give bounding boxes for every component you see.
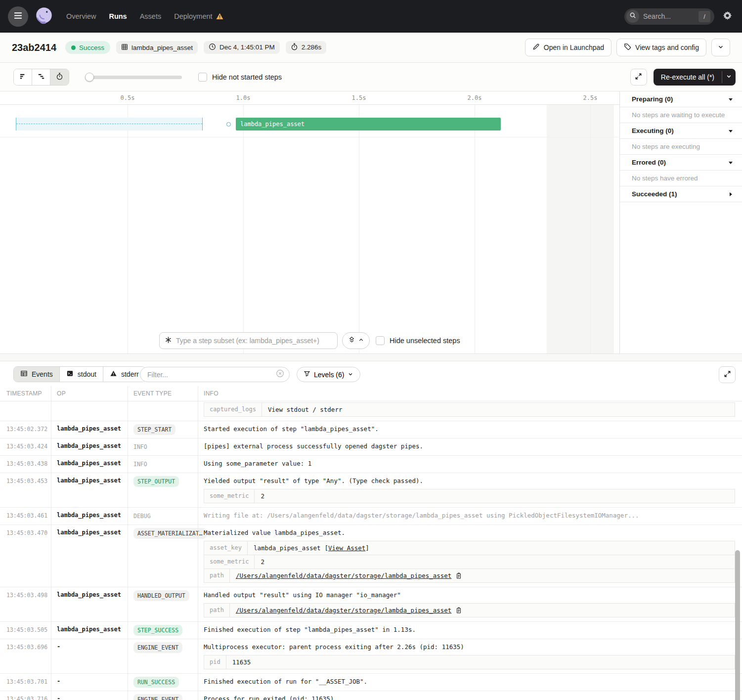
sidebar-section-errored-0[interactable]: Errored (0) xyxy=(620,155,742,171)
hide-not-started-checkbox[interactable]: Hide not started steps xyxy=(198,73,282,82)
hamburger-menu-button[interactable] xyxy=(8,6,28,27)
slider-track xyxy=(85,76,182,79)
log-filter-input[interactable] xyxy=(147,371,276,379)
levels-filter-button[interactable]: Levels (6) xyxy=(297,367,360,382)
nav-item-deployment[interactable]: Deployment xyxy=(174,12,223,20)
terminal-icon xyxy=(66,370,74,379)
event-type-badge: HANDLED_OUTPUT xyxy=(133,590,189,601)
reexecute-options-button[interactable] xyxy=(722,69,736,86)
settings-button[interactable] xyxy=(723,11,732,22)
run-actions-menu-button[interactable] xyxy=(711,39,730,56)
gantt-step-bar-label: lambda_pipes_asset xyxy=(236,118,501,131)
pencil-icon xyxy=(532,43,540,52)
log-tabs: Eventsstdoutstderr xyxy=(13,366,146,382)
search-input[interactable] xyxy=(639,12,698,20)
table-icon xyxy=(20,370,28,379)
reexecute-all-button[interactable]: Re-execute all (*) xyxy=(654,69,722,86)
metadata-key: path xyxy=(204,604,230,617)
hide-unselected-checkbox[interactable]: Hide unselected steps xyxy=(376,336,460,345)
graph-query-button[interactable] xyxy=(342,332,370,349)
gantt-step-marker[interactable] xyxy=(226,122,231,127)
step-subset-input[interactable] xyxy=(176,337,332,345)
metadata-link[interactable]: View Asset xyxy=(328,544,365,552)
gantt-fullscreen-button[interactable] xyxy=(630,69,647,86)
event-type-badge: STEP_SUCCESS xyxy=(133,625,182,636)
sidebar-section-preparing-0[interactable]: Preparing (0) xyxy=(620,91,742,107)
tab-stdout[interactable]: stdout xyxy=(60,367,103,382)
event-row: 13:45:03.461 lambda_pipes_asset DEBUG Wr… xyxy=(0,508,742,525)
dagster-logo[interactable] xyxy=(33,5,55,28)
log-table-header: TIMESTAMPOPEVENT TYPEINFO xyxy=(0,386,742,401)
metadata-link[interactable]: /Users/alangenfeld/data/dagster/storage/… xyxy=(236,607,452,614)
view-mode-timed-button[interactable] xyxy=(50,69,69,85)
nav-item-runs[interactable]: Runs xyxy=(109,12,127,20)
checkbox[interactable] xyxy=(376,336,385,345)
event-type-badge: INFO xyxy=(133,441,147,452)
event-row: captured_logs View stdout / stderr xyxy=(0,401,742,421)
step-status-sidebar: Preparing (0) No steps are waiting to ex… xyxy=(619,91,742,353)
warning-icon xyxy=(216,13,223,20)
section-caret-icon xyxy=(728,160,733,165)
gantt-controls: Hide unselected steps xyxy=(0,332,619,349)
timeline-tick-label: 0.5s xyxy=(121,94,135,101)
gantt-waiting-box xyxy=(16,118,203,131)
view-tags-config-button[interactable]: View tags and config xyxy=(616,39,706,56)
nav-item-assets[interactable]: Assets xyxy=(140,12,162,20)
event-timestamp: 13:45:03.716 xyxy=(0,691,51,700)
event-timestamp: 13:45:03.701 xyxy=(0,674,51,691)
event-timestamp: 13:45:03.470 xyxy=(0,525,51,587)
tab-events[interactable]: Events xyxy=(14,367,60,382)
scrollbar-thumb[interactable] xyxy=(735,550,740,700)
metadata-key: path xyxy=(204,569,230,582)
slider-thumb[interactable] xyxy=(85,73,94,82)
event-op: lambda_pipes_asset xyxy=(51,456,128,473)
panel-resize-divider[interactable] xyxy=(0,353,742,361)
open-in-launchpad-button[interactable]: Open in Launchpad xyxy=(525,39,611,56)
step-subset-input-box[interactable] xyxy=(159,332,338,349)
events-panel: Eventsstdoutstderr Levels (6) TIMESTAMPO… xyxy=(0,361,742,700)
checkbox[interactable] xyxy=(198,73,207,82)
event-info-text: Finished execution of step "lambda_pipes… xyxy=(204,626,735,633)
gantt-step-bar[interactable]: lambda_pipes_asset xyxy=(236,118,501,131)
sidebar-section-succeeded-1[interactable]: Succeeded (1) xyxy=(620,186,742,202)
sidebar-section-executing-0[interactable]: Executing (0) xyxy=(620,123,742,139)
hamburger-icon xyxy=(14,12,22,21)
event-timestamp xyxy=(0,401,51,421)
copy-icon[interactable] xyxy=(455,572,462,579)
tab-stderr[interactable]: stderr xyxy=(103,367,145,382)
event-row: 13:45:03.505 lambda_pipes_asset STEP_SUC… xyxy=(0,622,742,639)
view-mode-waterfall-button[interactable] xyxy=(32,69,50,85)
chevron-down-icon xyxy=(348,371,353,379)
clear-filter-icon[interactable] xyxy=(276,369,284,380)
event-row: 13:45:03.424 lambda_pipes_asset INFO [pi… xyxy=(0,438,742,456)
run-tag-lambda-pipes-asset[interactable]: lambda_pipes_asset xyxy=(116,41,198,54)
event-info-text: Finished execution of run for "__ASSET_J… xyxy=(204,678,735,685)
event-timestamp: 13:45:03.424 xyxy=(0,438,51,455)
global-search[interactable]: / xyxy=(624,8,714,25)
nav-item-overview[interactable]: Overview xyxy=(66,12,96,20)
metadata-link[interactable]: /Users/alangenfeld/data/dagster/storage/… xyxy=(236,572,452,579)
layers-icon xyxy=(348,336,355,345)
log-filter-box[interactable] xyxy=(140,367,290,382)
gantt-timeline-header: 0.5s1.0s1.5s2.0s2.5s xyxy=(0,91,619,105)
event-info-text: Yielded output "result" of type "Any". (… xyxy=(204,477,735,484)
event-type-badge: ASSET_MATERIALIZAT… xyxy=(133,528,207,539)
event-type-badge: ENGINE_EVENT xyxy=(133,694,182,700)
event-op: - xyxy=(51,639,128,673)
gantt-zoom-slider[interactable] xyxy=(85,73,182,82)
tag-icon xyxy=(624,43,631,52)
op-selector-icon xyxy=(165,336,172,346)
run-tag-dec-4-1-45-01-pm[interactable]: Dec 4, 1:45:01 PM xyxy=(204,41,280,54)
event-info-text: Process for run exited (pid: 11635). xyxy=(204,695,735,700)
run-tag-2-286s[interactable]: 2.286s xyxy=(286,41,327,54)
reexecute-split-button: Re-execute all (*) xyxy=(654,69,736,86)
event-timestamp: 13:45:03.461 xyxy=(0,508,51,525)
view-mode-flat-button[interactable] xyxy=(14,69,32,85)
gear-icon xyxy=(723,11,732,22)
flat-view-icon xyxy=(19,73,27,82)
timeline-tick-label: 2.5s xyxy=(583,94,598,101)
event-type-badge: ENGINE_EVENT xyxy=(133,642,182,653)
events-fullscreen-button[interactable] xyxy=(719,366,736,383)
copy-icon[interactable] xyxy=(455,607,462,614)
timeline-tick-label: 2.0s xyxy=(468,94,482,101)
